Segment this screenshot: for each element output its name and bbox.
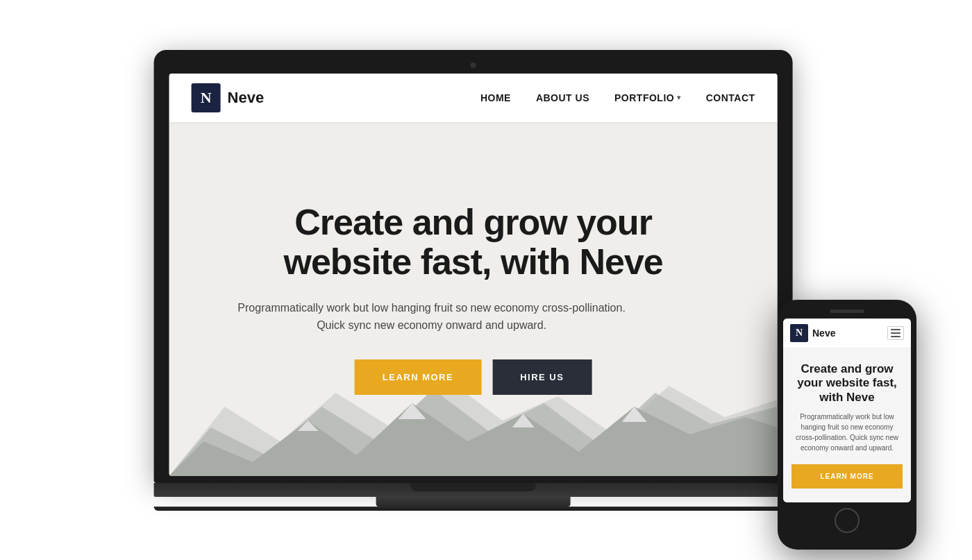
nav-contact[interactable]: CONTACT <box>706 92 755 103</box>
nav-about[interactable]: ABOUT US <box>536 92 589 103</box>
laptop-logo[interactable]: N Neve <box>192 83 265 112</box>
hero-buttons: LEARN MORE HIRE US <box>231 359 717 395</box>
hire-us-button[interactable]: HIRE US <box>492 359 592 395</box>
phone-screen: N Neve Create and grow your website fast… <box>783 319 911 502</box>
laptop-camera <box>471 62 476 68</box>
nav-portfolio[interactable]: PORTFOLIO ▾ <box>614 92 681 103</box>
phone-hero-title: Create and grow your website fast, with … <box>791 362 903 405</box>
laptop-screen-outer: N Neve HOME ABOUT US PORTFOLIO ▾ CONTACT <box>154 50 793 483</box>
logo-icon: N <box>192 83 221 112</box>
laptop-mockup: N Neve HOME ABOUT US PORTFOLIO ▾ CONTACT <box>154 50 793 511</box>
laptop-notch <box>411 483 536 491</box>
phone-speaker <box>830 309 864 313</box>
hamburger-line-3 <box>891 336 900 337</box>
laptop-stand <box>376 497 571 507</box>
hamburger-menu-button[interactable] <box>887 326 904 340</box>
laptop-screen: N Neve HOME ABOUT US PORTFOLIO ▾ CONTACT <box>169 74 778 476</box>
hero-title: Create and grow your website fast, with … <box>231 203 717 282</box>
hamburger-line-1 <box>891 329 900 330</box>
laptop-body: N Neve HOME ABOUT US PORTFOLIO ▾ CONTACT <box>154 50 793 511</box>
chevron-down-icon: ▾ <box>677 94 681 101</box>
phone-logo-name: Neve <box>812 328 835 339</box>
phone-home-button[interactable] <box>835 508 860 533</box>
hamburger-line-2 <box>891 332 900 334</box>
phone-hero-subtitle: Programmatically work but low hanging fr… <box>791 411 903 453</box>
phone-mockup: N Neve Create and grow your website fast… <box>778 300 916 550</box>
phone-body: N Neve Create and grow your website fast… <box>778 300 916 550</box>
laptop-navbar: N Neve HOME ABOUT US PORTFOLIO ▾ CONTACT <box>169 74 778 122</box>
nav-home[interactable]: HOME <box>480 92 511 103</box>
hero-subtitle: Programmatically work but low hanging fr… <box>231 299 633 334</box>
laptop-hero: Create and grow your website fast, with … <box>169 122 778 476</box>
phone-hero: Create and grow your website fast, with … <box>783 348 911 502</box>
nav-links: HOME ABOUT US PORTFOLIO ▾ CONTACT <box>480 92 755 103</box>
phone-logo-icon: N <box>790 324 808 342</box>
laptop-foot <box>154 507 793 511</box>
phone-navbar: N Neve <box>783 319 911 348</box>
learn-more-button[interactable]: LEARN MORE <box>355 359 481 395</box>
logo-name: Neve <box>228 89 265 107</box>
phone-logo[interactable]: N Neve <box>790 324 835 342</box>
hero-content: Create and grow your website fast, with … <box>231 203 717 395</box>
laptop-base <box>154 483 793 497</box>
scene: N Neve HOME ABOUT US PORTFOLIO ▾ CONTACT <box>0 0 972 560</box>
phone-learn-more-button[interactable]: LEARN MORE <box>791 464 903 489</box>
